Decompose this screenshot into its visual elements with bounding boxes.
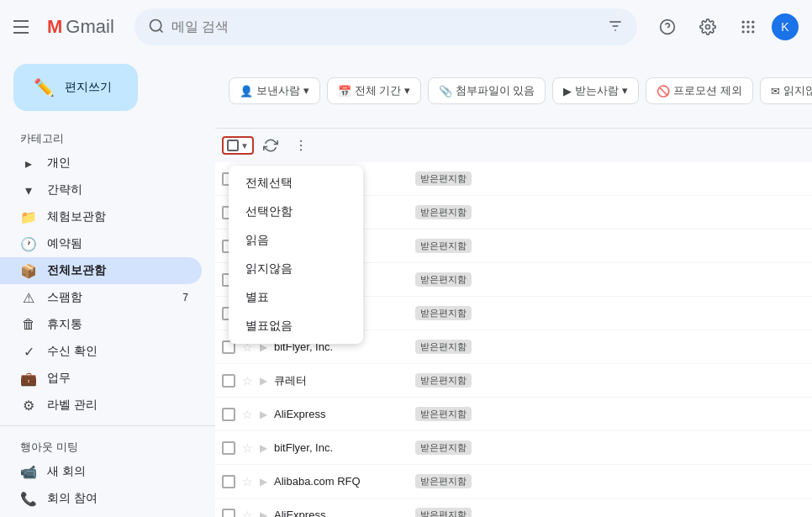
email-sender: 큐레터 (274, 373, 409, 388)
sidebar-item-spam[interactable]: ⚠ 스팸함 7 (0, 284, 202, 311)
svg-point-8 (742, 21, 745, 24)
email-row[interactable]: ☆ ▶ 큐레터 받은편지함 (215, 364, 812, 398)
email-subject (478, 374, 741, 387)
apps-icon[interactable] (731, 10, 765, 44)
refresh-button[interactable] (257, 132, 284, 159)
dropdown-item-read[interactable]: 읽음 (229, 226, 363, 255)
sidebar-item-read-receipts[interactable]: ✓ 수신 확인 (0, 338, 202, 365)
sidebar-item-trash[interactable]: 🗑 휴지통 (0, 311, 202, 338)
sidebar-item-label-manage[interactable]: ⚙ 라벨 관리 (0, 392, 202, 419)
compose-label: 편지쓰기 (65, 80, 112, 95)
email-row[interactable]: ☆ ▶ AliExpress 받은편지함 (215, 499, 812, 517)
sidebar-item-label: 업무 (47, 371, 188, 386)
sidebar-item-new-meeting[interactable]: 📹 새 회의 (0, 458, 202, 485)
select-dropdown-menu: 전체선택 선택안함 읽음 읽지않음 별표 별표없음 (229, 166, 363, 344)
email-row[interactable]: ☆ ▶ AliExpress 받은편지함 (215, 398, 812, 431)
sidebar-item-scheduled[interactable]: 🕐 예약됨 (0, 230, 202, 257)
email-sender: AliExpress (274, 509, 409, 517)
email-checkbox[interactable] (222, 509, 235, 518)
sender-icon: 👤 (240, 85, 253, 98)
email-star-icon[interactable]: ☆ (242, 408, 253, 421)
header-right: K (651, 10, 799, 44)
more-options-button[interactable] (287, 132, 314, 159)
dropdown-item-unread[interactable]: 읽지않음 (229, 255, 363, 283)
sidebar-item-archive[interactable]: 📁 체험보관함 (0, 203, 202, 230)
email-star-icon[interactable]: ☆ (242, 441, 253, 455)
checkbox-square (227, 140, 239, 151)
recipient-icon: ▶ (563, 85, 572, 98)
sidebar-item-label: 회의 참여 (47, 491, 188, 506)
sidebar-item-collapse[interactable]: ▾ 간략히 (0, 177, 202, 203)
sidebar-item-join-meeting[interactable]: 📞 회의 참여 (0, 485, 202, 512)
email-row[interactable]: ☆ ▶ Alibaba.com RFQ 받은편지함 (215, 465, 812, 499)
email-star-icon[interactable]: ☆ (242, 509, 253, 518)
email-checkbox[interactable] (222, 408, 235, 421)
sidebar-item-label: 수신 확인 (47, 344, 188, 359)
email-important-icon[interactable]: ▶ (260, 476, 267, 488)
dropdown-item-select-all[interactable]: 전체선택 (229, 169, 363, 198)
email-important-icon[interactable]: ▶ (260, 509, 267, 518)
dropdown-item-deselect[interactable]: 선택안함 (229, 198, 363, 226)
email-row[interactable]: ☆ ▶ bitFlyer, Inc. 받은편지함 (215, 431, 812, 465)
email-checkbox[interactable] (222, 441, 235, 455)
filter-chip-no-promo[interactable]: 🚫 프로모션 제외 (646, 77, 753, 104)
sidebar-item-label: 개인 (47, 156, 188, 171)
sidebar-item-personal[interactable]: ▸ 개인 (0, 150, 202, 177)
email-badge: 받은편지함 (415, 373, 472, 388)
hamburger-menu[interactable] (13, 17, 34, 37)
read-icon: ✓ (20, 344, 37, 360)
dropdown-item-unstar[interactable]: 별표없음 (229, 312, 363, 340)
select-checkbox[interactable]: ▼ (222, 136, 254, 155)
compose-button[interactable]: ✏️ 편지쓰기 (13, 64, 138, 111)
email-checkbox[interactable] (222, 475, 235, 488)
svg-point-10 (751, 21, 754, 24)
svg-point-14 (742, 30, 745, 33)
search-bar[interactable] (134, 8, 637, 45)
user-avatar[interactable]: K (772, 13, 799, 40)
sidebar-item-work[interactable]: 💼 업무 (0, 365, 202, 392)
filter-chip-period[interactable]: 📅 전체 기간 ▾ (327, 77, 421, 104)
email-badge: 받은편지함 (415, 306, 472, 320)
filter-chip-sender[interactable]: 👤 보낸사람 ▾ (229, 77, 320, 104)
filter-chip-unread[interactable]: ✉ 읽지않음 (760, 77, 812, 104)
compose-icon: ✏️ (34, 77, 55, 98)
scheduled-icon: 🕐 (20, 236, 37, 252)
email-subject (478, 441, 741, 454)
dropdown-item-star[interactable]: 별표 (229, 283, 363, 312)
email-important-icon[interactable]: ▶ (260, 442, 267, 454)
help-icon[interactable] (651, 10, 684, 44)
settings-icon[interactable] (691, 10, 725, 44)
search-icon (148, 18, 165, 37)
spam-count: 7 (182, 292, 188, 303)
filter-icon[interactable] (607, 18, 624, 37)
email-subject (478, 206, 741, 219)
email-sender: AliExpress (274, 408, 409, 420)
sidebar-item-all-mail[interactable]: 📦 전체보관함 (0, 257, 202, 284)
email-badge: 받은편지함 (415, 474, 472, 488)
filter-chip-recipient[interactable]: ▶ 받는사람 ▾ (552, 77, 639, 104)
email-checkbox[interactable] (222, 374, 235, 388)
sidebar-item-label: 스팸함 (47, 290, 172, 305)
sidebar-item-label: 전체보관함 (47, 263, 188, 278)
attachment-icon: 📎 (439, 85, 452, 98)
sidebar: ✏️ 편지쓰기 카테고리 ▸ 개인 ▾ 간략히 📁 체험보관함 🕐 예약됨 📦 … (0, 54, 215, 517)
filter-chip-attachment[interactable]: 📎 첨부파일이 있음 (428, 77, 546, 104)
email-sender: Alibaba.com RFQ (274, 475, 409, 488)
email-subject (478, 307, 741, 319)
archive-icon: 📁 (20, 209, 37, 225)
sidebar-item-label: 간략히 (47, 182, 188, 198)
svg-point-17 (300, 140, 302, 142)
email-star-icon[interactable]: ☆ (242, 374, 253, 388)
work-icon: 💼 (20, 371, 37, 387)
email-star-icon[interactable]: ☆ (242, 475, 253, 488)
svg-point-12 (746, 25, 749, 28)
search-input[interactable] (171, 19, 600, 34)
email-important-icon[interactable]: ▶ (260, 375, 267, 387)
meeting-section-label: 행아웃 미팅 (0, 433, 215, 458)
email-important-icon[interactable]: ▶ (260, 409, 267, 420)
main-layout: ✏️ 편지쓰기 카테고리 ▸ 개인 ▾ 간략히 📁 체험보관함 🕐 예약됨 📦 … (0, 54, 812, 517)
collapse-icon: ▾ (20, 182, 37, 198)
email-badge: 받은편지함 (415, 272, 472, 287)
personal-icon: ▸ (20, 156, 37, 171)
sidebar-item-label: 예약됨 (47, 236, 188, 251)
